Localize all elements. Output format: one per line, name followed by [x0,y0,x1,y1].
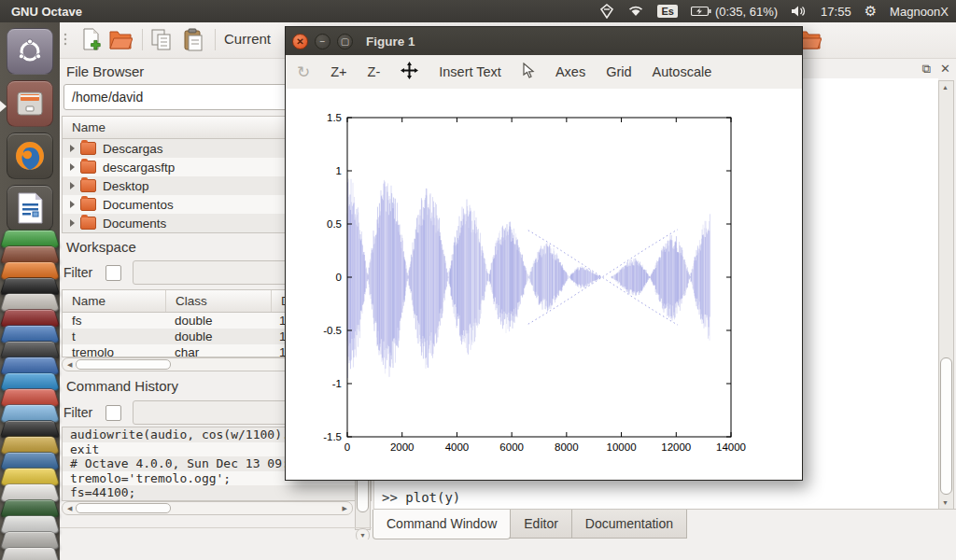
figure-window: ✕ − ▢ Figure 1 ↻ Z+ Z- Insert Text Axes … [285,26,803,481]
launcher-item-trash[interactable] [0,547,60,560]
zoom-out-button[interactable]: Z- [368,64,381,79]
new-script-button[interactable] [78,27,103,51]
workspace-filter-label: Filter [63,265,92,280]
workspace-cell: double [165,314,270,328]
folder-name: Documents [103,217,166,231]
session-username[interactable]: MagnoonX [890,0,949,22]
svg-text:-1.5: -1.5 [323,431,342,442]
close-button[interactable]: ✕ [292,34,308,49]
software-updater-icon[interactable] [599,0,614,22]
folder-icon [80,179,96,192]
figure-toolbar: ↻ Z+ Z- Insert Text Axes Grid Autoscale [286,55,802,90]
launcher-stack [0,233,60,560]
tab-command-window[interactable]: Command Window [373,510,511,539]
file-browser-title: File Browser [66,63,144,79]
svg-text:-0.5: -0.5 [323,325,342,336]
workspace-col-name[interactable]: Name [63,290,166,312]
figure-titlebar[interactable]: ✕ − ▢ Figure 1 [286,27,802,55]
clock[interactable]: 17:55 [821,0,851,22]
undock-widget-icon[interactable]: ⧉ [922,62,931,77]
session-gear-icon[interactable]: ⚙ [865,0,877,22]
tremolo-plot[interactable]: 02000400060008000100001200014000-1.5-1-0… [286,89,802,480]
svg-text:-1: -1 [332,378,342,389]
figure-title: Figure 1 [366,35,415,49]
autoscale-button[interactable]: Autoscale [653,64,712,79]
folder-name: Desktop [103,179,149,193]
select-cursor-icon[interactable] [522,63,535,81]
axes-button[interactable]: Axes [555,64,585,79]
workspace-cell: fs [63,314,165,328]
svg-text:12000: 12000 [661,441,691,453]
plot-canvas[interactable]: 02000400060008000100001200014000-1.5-1-0… [286,89,802,480]
svg-text:8000: 8000 [555,441,579,453]
panel-app-title: GNU Octave [11,5,82,19]
history-filter-checkbox[interactable] [105,405,121,421]
expand-caret-icon[interactable] [70,163,75,171]
expand-caret-icon[interactable] [70,219,75,227]
open-file-button[interactable] [108,27,133,51]
maximize-button[interactable]: ▢ [337,34,353,49]
file-manager-button[interactable] [7,80,53,127]
svg-text:2000: 2000 [390,441,415,453]
workspace-cell: char [165,345,270,357]
expand-caret-icon[interactable] [70,182,75,189]
history-entry[interactable]: fs=44100; [63,485,371,500]
top-panel: GNU Octave Es (0:35, 61%) 17:55 ⚙ Magnoo… [0,0,956,22]
svg-text:1.5: 1.5 [327,112,342,123]
tab-documentation[interactable]: Documentation [571,510,687,539]
toolbar-separator [215,29,216,50]
history-filter-label: Filter [63,405,92,420]
command-line: >> plot(y) [382,489,460,507]
firefox-button[interactable] [7,133,53,179]
toolbar-drag-handle[interactable] [62,27,71,51]
workspace-col-class[interactable]: Class [166,290,272,312]
insert-text-button[interactable]: Insert Text [439,64,501,79]
workspace-cell: double [165,329,270,343]
copy-button[interactable] [149,27,174,51]
history-hscrollbar[interactable]: ◀▶ [62,501,353,515]
rotate-icon[interactable]: ↻ [297,63,310,82]
paste-button[interactable] [181,27,205,51]
close-widget-icon[interactable]: ✕ [940,62,950,77]
libreoffice-writer-button[interactable] [7,185,53,231]
battery-indicator[interactable]: (0:35, 61%) [691,0,778,22]
folder-icon [80,217,96,230]
dash-home-button[interactable] [7,28,53,75]
wifi-icon[interactable] [627,0,644,22]
command-window-vscrollbar[interactable]: ▲ ▼ [938,80,954,510]
expand-caret-icon[interactable] [70,201,75,208]
workspace-filter-checkbox[interactable] [105,265,121,281]
grid-button[interactable]: Grid [606,64,631,79]
folder-name: Descargas [103,142,163,156]
svg-text:1: 1 [336,165,342,176]
svg-text:0.5: 0.5 [327,218,342,230]
status-bar [60,539,956,560]
workspace-cell: t [63,329,165,343]
folder-name: descargasftp [103,161,175,175]
pan-icon[interactable] [401,62,418,82]
battery-text: (0:35, 61%) [715,5,778,19]
launcher-focus-arrow [0,101,7,112]
svg-text:0: 0 [336,272,342,283]
workspace-cell: tremolo [63,345,165,357]
svg-text:4000: 4000 [445,441,470,453]
minimize-button[interactable]: − [315,34,330,49]
svg-text:14000: 14000 [716,441,746,453]
unity-launcher [0,22,60,560]
workspace-title: Workspace [66,239,136,255]
desktop: GNU Octave Es (0:35, 61%) 17:55 ⚙ Magnoo… [0,0,956,560]
leftcolumn-divider [60,527,372,528]
tab-editor[interactable]: Editor [510,510,572,539]
zoom-in-button[interactable]: Z+ [330,64,346,79]
bottom-tabbar: Command Window Editor Documentation [373,509,956,540]
folder-name: Documentos [103,198,174,212]
folder-icon [80,142,96,155]
volume-icon[interactable] [791,0,808,22]
folder-icon [80,198,96,211]
expand-caret-icon[interactable] [70,145,75,152]
command-history-title: Command History [66,378,178,394]
svg-text:6000: 6000 [499,441,524,453]
keyboard-indicator[interactable]: Es [657,0,677,22]
dock-controls: ⧉ ✕ [922,62,950,77]
svg-text:10000: 10000 [607,441,637,453]
